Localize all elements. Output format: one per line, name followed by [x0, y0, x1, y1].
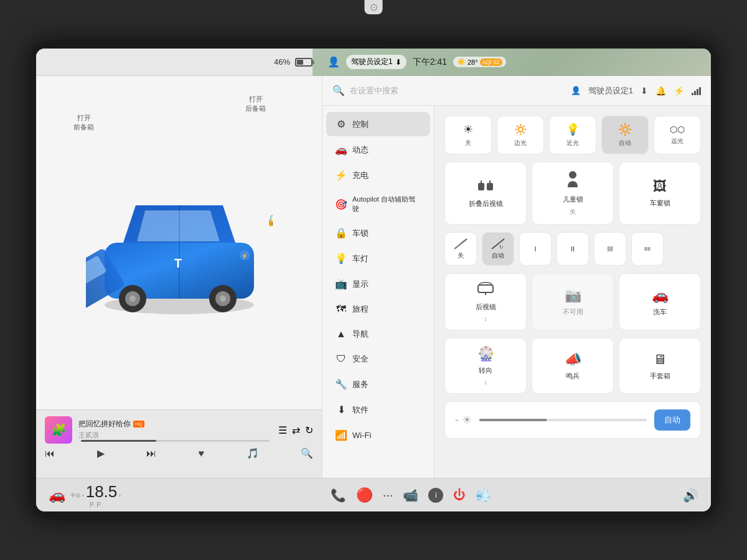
search-bar: 🔍 在设置中搜索 👤 驾驶员设定1 ⬇ 🔔 ⚡ — [322, 76, 711, 106]
sidebar-item-lock[interactable]: 🔒 车锁 — [326, 221, 430, 245]
power-icon[interactable]: ⏻ — [453, 488, 466, 502]
like-button[interactable]: ♥ — [199, 448, 205, 459]
front-trunk-text: 前备箱 — [73, 123, 94, 132]
lights-icon: 💡 — [335, 253, 347, 264]
phone-icon[interactable]: 📞 — [331, 488, 346, 503]
safety-icon: 🛡 — [335, 353, 347, 365]
gear-park: P P — [90, 502, 101, 508]
car-view: 打开 前备箱 打开 后备箱 — [36, 76, 322, 409]
volume-icon[interactable]: 🔊 — [683, 488, 698, 503]
lock-grid: 折叠后视镜 儿童锁 关 🖼 车窗锁 — [444, 162, 701, 225]
steering-grid: 🎡 转向 ↕ 📣 鸣兵 🖥 手套箱 — [444, 338, 701, 394]
sidebar-item-service[interactable]: 🔧 服务 — [326, 372, 430, 396]
child-lock-sub: 关 — [570, 208, 576, 217]
next-button[interactable]: ⏭ — [146, 448, 156, 459]
screen: ⊙ 46% 👤 驾驶员设定1 ⬇ 下午2:41 — [36, 49, 711, 511]
bluetooth-icon[interactable]: ⚡ — [674, 86, 684, 96]
brightness-auto-button[interactable]: 自动 — [654, 409, 690, 431]
download-icon: ⬇ — [395, 58, 402, 67]
lock-label: 车锁 — [352, 228, 369, 239]
child-lock-icon — [565, 170, 580, 191]
light-low-tile[interactable]: 💡 近光 — [549, 116, 596, 154]
control-icon: ⚙ — [335, 118, 347, 130]
car-icon[interactable]: 🚗 — [49, 487, 65, 503]
svg-text:⚡: ⚡ — [242, 253, 248, 259]
gear-chevron-left: ‹ — [82, 493, 84, 498]
car-wash-tile[interactable]: 🚗 洗车 — [619, 273, 701, 330]
charging-label: 充电 — [352, 170, 369, 181]
light-park-tile[interactable]: 🔅 边光 — [497, 116, 544, 154]
light-high-tile[interactable]: ⬡⬡ 远光 — [654, 116, 701, 154]
driver-profile-button[interactable]: 驾驶员设定1 ⬇ — [346, 55, 406, 69]
software-label: 软件 — [352, 404, 369, 416]
sidebar-item-display[interactable]: 📺 显示 — [326, 272, 430, 296]
front-trunk-label[interactable]: 打开 前备箱 — [73, 113, 94, 132]
shuffle-icon[interactable]: ⇄ — [292, 424, 300, 436]
info-icon[interactable]: i — [428, 488, 443, 503]
sidebar-item-control[interactable]: ⚙ 控制 — [326, 112, 430, 136]
wiper-auto-tile[interactable]: ↻ 自动 — [482, 232, 514, 266]
wiper-4-tile[interactable]: IIII — [631, 232, 664, 266]
rear-trunk-label[interactable]: 打开 后备箱 — [245, 95, 266, 113]
music-title-row: 把回忆拼好给你 HQ — [78, 419, 272, 429]
light-park-label: 边光 — [514, 139, 527, 147]
music-controls: ⏮ ▶ ⏭ ♥ 🎵 🔍 — [45, 447, 313, 459]
camera-bottom-icon[interactable]: 🔴 — [356, 487, 373, 503]
steering-tile[interactable]: 🎡 转向 ↕ — [444, 338, 527, 394]
sidebar-item-nav[interactable]: ▲ 导航 — [326, 322, 430, 346]
child-lock-label: 儿童锁 — [563, 195, 583, 204]
glovebox-tile[interactable]: 🖥 手套箱 — [619, 338, 701, 394]
screen-icon[interactable]: 📹 — [403, 488, 418, 503]
light-off-tile[interactable]: ☀ 关 — [444, 116, 492, 154]
rear-mirror-tile[interactable]: 后视镜 ↕ — [444, 273, 527, 330]
light-low-label: 近光 — [566, 139, 579, 147]
sidebar-item-charging[interactable]: ⚡ 充电 — [326, 163, 430, 187]
more-icon[interactable]: ··· — [383, 488, 393, 502]
equalizer-icon[interactable]: 🎵 — [247, 447, 259, 459]
search-profile-label: 驾驶员设定1 — [588, 85, 633, 96]
light-auto-icon: 🔆 — [618, 123, 632, 136]
camera-icon: 📷 — [565, 287, 581, 304]
sidebar-item-autopilot[interactable]: 🎯 Autopilot 自动辅助驾驶 — [326, 189, 430, 220]
svg-rect-26 — [478, 285, 493, 292]
fold-mirror-tile[interactable]: 折叠后视镜 — [444, 162, 527, 225]
repeat-icon[interactable]: ↻ — [305, 424, 313, 436]
trip-icon: 🗺 — [335, 304, 347, 315]
search-input-area[interactable]: 在设置中搜索 — [350, 85, 566, 96]
sidebar-item-lights[interactable]: 💡 车灯 — [326, 246, 430, 271]
lock-icon: 🔒 — [335, 227, 347, 239]
bottom-left: 🚗 手动 ‹ 18.5 › P P — [49, 482, 173, 508]
settings-content: ☀ 关 🔅 边光 💡 近光 — [435, 106, 711, 478]
wiper-3-label: III — [607, 245, 613, 253]
horn-tile[interactable]: 📣 鸣兵 — [532, 338, 614, 394]
sidebar-item-wifi[interactable]: 📶 Wi-Fi — [326, 423, 430, 447]
playlist-icon[interactable]: ☰ — [278, 424, 287, 436]
search-music-button[interactable]: 🔍 — [301, 447, 313, 459]
brightness-slider[interactable] — [479, 419, 647, 421]
sidebar-item-trip[interactable]: 🗺 旅程 — [326, 297, 430, 321]
fan-icon[interactable]: 💨 — [476, 488, 491, 503]
display-label: 显示 — [352, 279, 369, 290]
sidebar-item-software[interactable]: ⬇ 软件 — [326, 398, 430, 422]
search-download-icon[interactable]: ⬇ — [641, 86, 648, 96]
wiper-2-tile[interactable]: II — [557, 232, 589, 266]
camera-label: 不可用 — [563, 307, 583, 317]
fold-mirror-icon — [477, 178, 494, 195]
light-auto-tile[interactable]: 🔆 自动 — [601, 116, 649, 154]
bell-icon[interactable]: 🔔 — [655, 86, 666, 96]
prev-button[interactable]: ⏮ — [45, 448, 55, 459]
time-display: 下午2:41 — [413, 57, 447, 68]
window-lock-tile[interactable]: 🖼 车窗锁 — [619, 162, 701, 225]
play-button[interactable]: ▶ — [97, 447, 105, 459]
sidebar-item-safety[interactable]: 🛡 安全 — [326, 347, 430, 371]
sidebar-item-dynamic[interactable]: 🚗 动态 — [326, 138, 430, 162]
light-auto-label: 自动 — [619, 139, 631, 147]
wiper-3-tile[interactable]: III — [594, 232, 626, 266]
music-progress-bar[interactable] — [81, 440, 270, 442]
search-right: 👤 驾驶员设定1 ⬇ 🔔 ⚡ — [571, 85, 701, 96]
steering-arrows: ↕ — [484, 379, 487, 386]
display-icon: 📺 — [335, 278, 347, 290]
wiper-1-tile[interactable]: I — [519, 232, 552, 266]
wiper-1-label: I — [534, 245, 536, 253]
child-lock-tile[interactable]: 儿童锁 关 — [532, 162, 614, 225]
